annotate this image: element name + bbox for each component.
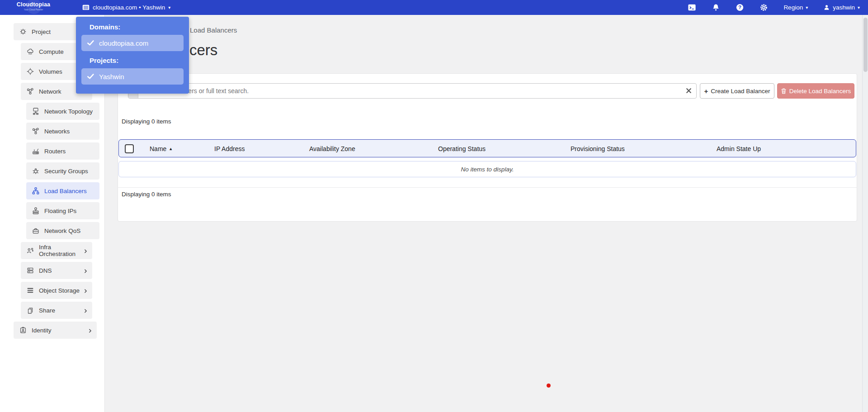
domain-project-switcher[interactable]: cloudtopiaa.com • Yashwin ▾ <box>82 0 170 15</box>
check-icon <box>87 40 94 46</box>
chevron-down-icon: ▾ <box>858 5 860 10</box>
console-icon[interactable] <box>688 3 696 12</box>
sidebar-item-routers[interactable]: Routers <box>26 142 99 160</box>
infra-orchestration-icon <box>26 246 34 255</box>
share-documents-icon <box>26 306 34 314</box>
object-storage-icon <box>26 286 34 294</box>
sidebar-item-label: Object Storage <box>39 287 80 294</box>
sidebar-item-dns[interactable]: DNS <box>21 262 92 279</box>
brand-logo[interactable]: Cloudtopiaa Your Cloud Partner <box>11 1 56 11</box>
region-menu[interactable]: Region ▾ <box>783 4 808 11</box>
project-option-label: Yashwin <box>99 73 124 81</box>
trash-icon <box>781 88 787 94</box>
column-header-admin-state-up[interactable]: Admin State Up <box>717 140 761 158</box>
project-icon <box>19 28 27 36</box>
check-icon <box>87 74 94 79</box>
column-header-provisioning-status[interactable]: Provisioning Status <box>571 140 625 158</box>
delete-load-balancers-label: Delete Load Balancers <box>789 88 851 95</box>
volumes-icon <box>26 67 34 76</box>
dns-server-icon <box>26 266 34 275</box>
create-load-balancer-button[interactable]: + Create Load Balancer <box>700 83 774 99</box>
project-option-yashwin[interactable]: Yashwin <box>81 68 184 85</box>
load-balancers-icon <box>32 187 40 195</box>
sidebar-item-object-storage[interactable]: Object Storage <box>21 282 92 299</box>
settings-gear-icon[interactable] <box>760 3 768 12</box>
column-header-availability-zone[interactable]: Availability Zone <box>309 140 355 158</box>
domain-project-dropdown: Domains: cloudtopiaa.com Projects: Yashw… <box>76 17 189 94</box>
sidebar-item-label: Share <box>39 307 55 314</box>
sidebar-item-label: Floating IPs <box>44 208 76 214</box>
chevron-right-icon <box>83 308 88 313</box>
table-list-icon <box>82 5 90 11</box>
sidebar-item-label: Network QoS <box>44 227 80 234</box>
sidebar-item-network-qos[interactable]: Network QoS <box>26 222 99 239</box>
sidebar-item-label: Network Topology <box>44 108 93 115</box>
sidebar-item-label: Networks <box>44 128 70 135</box>
chevron-right-icon <box>83 288 88 293</box>
region-menu-label: Region <box>783 4 803 11</box>
network-topology-icon <box>32 107 40 115</box>
scrollbar-thumb[interactable] <box>863 18 868 72</box>
sort-asc-icon: ▲ <box>169 147 173 151</box>
sidebar-item-label: Routers <box>44 148 66 155</box>
sidebar-item-label: Identity <box>32 327 52 334</box>
clear-search-icon[interactable] <box>685 87 692 94</box>
sidebar-item-floating-ips[interactable]: Floating IPs <box>26 202 99 219</box>
chevron-right-icon <box>83 268 88 273</box>
chevron-down-icon: ▾ <box>168 5 170 10</box>
sidebar-item-share[interactable]: Share <box>21 302 92 319</box>
projects-heading: Projects: <box>90 57 118 64</box>
sidebar-item-label: Load Balancers <box>44 188 87 194</box>
sidebar-item-label: Infra Orchestration <box>39 244 87 257</box>
floating-ips-icon <box>32 207 40 215</box>
search-input[interactable] <box>139 84 677 98</box>
user-menu[interactable]: yashwin ▾ <box>823 4 860 11</box>
sidebar-item-label: Project <box>32 28 51 35</box>
items-count-bottom: Displaying 0 items <box>122 191 171 198</box>
sidebar-item-security-groups[interactable]: Security Groups <box>26 162 99 180</box>
chevron-down-icon: ▾ <box>806 5 808 10</box>
network-qos-icon <box>32 227 40 235</box>
brand-tagline: Your Cloud Partner <box>11 8 56 11</box>
sidebar-item-network-topology[interactable]: Network Topology <box>26 103 99 120</box>
domain-option-label: cloudtopiaa.com <box>99 39 148 47</box>
chevron-right-icon <box>83 248 88 253</box>
brand-name: Cloudtopiaa <box>11 1 56 8</box>
sidebar-item-label: Network <box>39 88 61 95</box>
router-icon <box>32 147 40 155</box>
filter-search-bar[interactable] <box>128 83 697 99</box>
security-groups-icon <box>32 167 40 175</box>
user-avatar-icon <box>823 4 830 11</box>
notifications-bell-icon[interactable] <box>712 3 720 12</box>
user-menu-label: yashwin <box>833 4 855 11</box>
domain-option-cloudtopiaa[interactable]: cloudtopiaa.com <box>81 35 184 51</box>
column-header-ip-address[interactable]: IP Address <box>214 140 245 158</box>
identity-badge-icon <box>19 326 27 334</box>
topbar-actions: ? Region ▾ yashwin ▾ <box>688 0 860 15</box>
sidebar-item-label: Security Groups <box>44 168 88 175</box>
top-navbar: Cloudtopiaa Your Cloud Partner cloudtopi… <box>0 0 868 15</box>
domains-heading: Domains: <box>90 23 120 31</box>
create-load-balancer-label: Create Load Balancer <box>711 88 770 95</box>
svg-text:?: ? <box>738 5 741 10</box>
select-all-checkbox[interactable] <box>125 144 134 153</box>
chevron-right-icon <box>88 328 93 333</box>
app-window: Cloudtopiaa Your Cloud Partner cloudtopi… <box>0 0 868 412</box>
sidebar-item-label: Compute <box>39 48 64 55</box>
column-header-name[interactable]: Name ▲ <box>150 140 173 158</box>
help-icon[interactable]: ? <box>736 3 744 12</box>
page-scrollbar[interactable] <box>862 15 868 412</box>
networks-icon <box>32 127 40 135</box>
breadcrumb[interactable]: Load Balancers <box>190 26 237 34</box>
items-count-top: Displaying 0 items <box>122 118 171 125</box>
sidebar-item-identity[interactable]: Identity <box>14 322 97 339</box>
sidebar-item-infra-orchestration[interactable]: Infra Orchestration <box>21 242 92 259</box>
sidebar-item-networks[interactable]: Networks <box>26 123 99 140</box>
red-marker-dot <box>547 384 551 388</box>
compute-cloud-icon <box>26 47 34 56</box>
delete-load-balancers-button[interactable]: Delete Load Balancers <box>777 83 854 99</box>
sidebar-item-load-balancers[interactable]: Load Balancers <box>26 182 99 199</box>
network-icon <box>26 87 34 95</box>
column-header-operating-status[interactable]: Operating Status <box>438 140 486 158</box>
table-footer-divider <box>118 187 857 188</box>
